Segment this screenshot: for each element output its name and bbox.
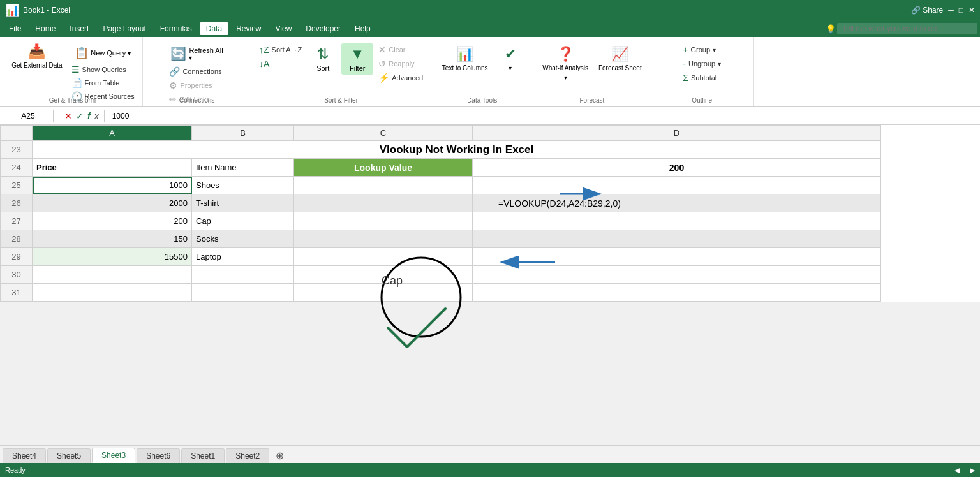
row-header-25: 25 bbox=[1, 177, 33, 194]
tab-sheet2[interactable]: Sheet2 bbox=[226, 448, 269, 463]
confirm-icon[interactable]: ✓ bbox=[76, 111, 84, 121]
tab-sheet3[interactable]: Sheet3 bbox=[92, 448, 135, 463]
formula-input[interactable] bbox=[110, 110, 977, 122]
tab-sheet1[interactable]: Sheet1 bbox=[181, 448, 225, 463]
cell-b27[interactable]: Cap bbox=[192, 212, 294, 230]
cell-a29[interactable]: 15500 bbox=[33, 248, 192, 266]
col-header-d[interactable]: D bbox=[473, 126, 881, 141]
sort-button[interactable]: ⇅ Sort bbox=[307, 43, 339, 75]
cell-c29[interactable] bbox=[294, 248, 473, 266]
sort-desc-button[interactable]: ↓A bbox=[256, 57, 304, 70]
maximize-button[interactable]: □ bbox=[959, 6, 963, 15]
share-button[interactable]: 🔗 Share bbox=[911, 6, 943, 15]
menu-view[interactable]: View bbox=[269, 22, 299, 35]
cell-a26[interactable]: 2000 bbox=[33, 194, 192, 212]
cell-a30[interactable] bbox=[33, 266, 192, 284]
minimize-button[interactable]: ─ bbox=[948, 6, 954, 15]
menu-home[interactable]: Home bbox=[29, 22, 62, 35]
tab-sheet6[interactable]: Sheet6 bbox=[137, 448, 180, 463]
menu-page-layout[interactable]: Page Layout bbox=[96, 22, 152, 35]
row-header-31: 31 bbox=[1, 284, 33, 302]
text-to-columns-button[interactable]: 📊 Text to Columns bbox=[438, 43, 492, 75]
cell-d24[interactable]: 200 bbox=[473, 159, 881, 177]
function-icon[interactable]: f bbox=[87, 111, 91, 121]
get-transform-label: Get & Transform bbox=[3, 94, 142, 104]
group-button[interactable]: + Group ▾ bbox=[680, 43, 718, 56]
refresh-all-button[interactable]: 🔄 Refresh All ▾ bbox=[167, 43, 226, 64]
cell-a28[interactable]: 150 bbox=[33, 230, 192, 248]
what-if-button[interactable]: ❓ What-If Analysis ▾ bbox=[538, 43, 592, 84]
menu-file[interactable]: File bbox=[3, 22, 27, 35]
menu-formulas[interactable]: Formulas bbox=[154, 22, 198, 35]
cell-d28[interactable] bbox=[473, 230, 881, 248]
col-header-a[interactable]: A bbox=[33, 126, 192, 141]
excel-icon: 📊 bbox=[5, 3, 19, 17]
cell-b24[interactable]: Item Name bbox=[192, 159, 294, 177]
show-queries-button[interactable]: ☰ Show Queries bbox=[69, 63, 137, 76]
table-row: 30 bbox=[1, 266, 881, 284]
cell-b25[interactable]: Shoes bbox=[192, 177, 294, 194]
get-external-data-button[interactable]: 📥 Get External Data bbox=[8, 41, 66, 72]
menu-review[interactable]: Review bbox=[230, 22, 267, 35]
forecast-sheet-button[interactable]: 📈 Forecast Sheet bbox=[595, 43, 646, 75]
cancel-icon[interactable]: ✕ bbox=[64, 111, 72, 121]
cell-c30[interactable] bbox=[294, 266, 473, 284]
sort-asc-button[interactable]: ↑Z Sort A→Z bbox=[256, 43, 304, 56]
cell-d29[interactable] bbox=[473, 248, 881, 266]
cell-d31[interactable] bbox=[473, 284, 881, 302]
cell-a23[interactable]: Vlookup Not Working In Excel bbox=[33, 141, 881, 159]
cell-b28[interactable]: Socks bbox=[192, 230, 294, 248]
advanced-button[interactable]: ⚡ Advanced bbox=[376, 71, 426, 84]
tab-sheet4[interactable]: Sheet4 bbox=[3, 448, 46, 463]
cell-b30[interactable] bbox=[192, 266, 294, 284]
menu-insert[interactable]: Insert bbox=[63, 22, 95, 35]
scroll-left-btn[interactable]: ◀ bbox=[954, 466, 960, 474]
connections-label: Connections bbox=[143, 94, 251, 104]
ungroup-button[interactable]: - Ungroup ▾ bbox=[680, 57, 724, 70]
close-button[interactable]: ✕ bbox=[969, 6, 975, 15]
cell-a31[interactable] bbox=[33, 284, 192, 302]
menu-developer[interactable]: Developer bbox=[299, 22, 347, 35]
ribbon-group-forecast: ❓ What-If Analysis ▾ 📈 Forecast Sheet Fo… bbox=[533, 37, 651, 106]
cell-a27[interactable]: 200 bbox=[33, 212, 192, 230]
ribbon-group-data-tools: 📊 Text to Columns ✔ ▾ Data Tools bbox=[431, 37, 533, 106]
clear-button[interactable]: ✕ Clear bbox=[376, 43, 426, 56]
cell-c28[interactable] bbox=[294, 230, 473, 248]
cell-a24[interactable]: Price bbox=[33, 159, 192, 177]
menu-help[interactable]: Help bbox=[348, 22, 377, 35]
cell-a25[interactable]: 1000 bbox=[33, 177, 192, 194]
cell-c25[interactable] bbox=[294, 177, 473, 194]
subtotal-button[interactable]: Σ Subtotal bbox=[680, 71, 719, 84]
cell-reference-input[interactable] bbox=[3, 110, 54, 122]
filter-button[interactable]: ▼ Filter bbox=[341, 43, 373, 75]
data-validation-button[interactable]: ✔ ▾ bbox=[494, 43, 526, 74]
cell-b31[interactable] bbox=[192, 284, 294, 302]
formula-bar: ✕ ✓ f x bbox=[0, 107, 980, 125]
cell-b29[interactable]: Laptop bbox=[192, 248, 294, 266]
connections-button[interactable]: 🔗 Connections bbox=[167, 65, 224, 78]
cell-c27[interactable] bbox=[294, 212, 473, 230]
row-header-29: 29 bbox=[1, 248, 33, 266]
cell-c26[interactable] bbox=[294, 194, 473, 212]
new-query-button[interactable]: 📋 New Query ▾ bbox=[69, 43, 137, 62]
properties-button[interactable]: ⚙ Properties bbox=[167, 79, 214, 92]
cell-d27[interactable] bbox=[473, 212, 881, 230]
scroll-right-btn[interactable]: ▶ bbox=[970, 466, 975, 474]
cell-b26[interactable]: T-shirt bbox=[192, 194, 294, 212]
cell-c31[interactable] bbox=[294, 284, 473, 302]
from-table-button[interactable]: 📄 From Table bbox=[69, 77, 137, 89]
cell-d25[interactable] bbox=[473, 177, 881, 194]
table-row: 26 2000 T-shirt =VLOOKUP(D24,A24:B29,2,0… bbox=[1, 194, 881, 212]
reapply-button[interactable]: ↺ Reapply bbox=[376, 57, 426, 70]
menu-data[interactable]: Data bbox=[200, 22, 228, 35]
cell-d26[interactable]: =VLOOKUP(D24,A24:B29,2,0) bbox=[473, 194, 881, 212]
col-header-b[interactable]: B bbox=[192, 126, 294, 141]
cell-d30[interactable] bbox=[473, 266, 881, 284]
row-header-30: 30 bbox=[1, 266, 33, 284]
data-tools-label: Data Tools bbox=[431, 94, 533, 104]
search-input[interactable] bbox=[837, 23, 977, 34]
tab-sheet5[interactable]: Sheet5 bbox=[47, 448, 91, 463]
add-sheet-button[interactable]: ⊕ bbox=[271, 448, 289, 463]
col-header-c[interactable]: C bbox=[294, 126, 473, 141]
cell-c24[interactable]: Lookup Value bbox=[294, 159, 473, 177]
